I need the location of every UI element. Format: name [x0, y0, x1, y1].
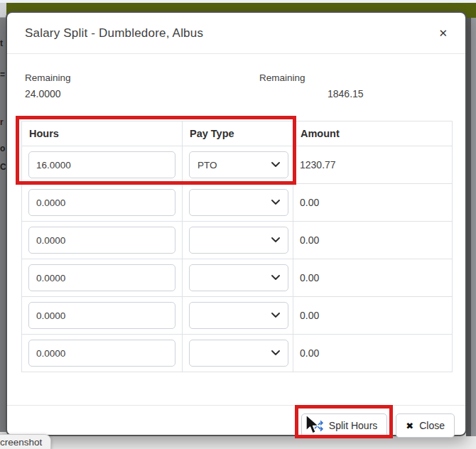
hours-input[interactable]	[28, 264, 175, 291]
close-button-label: Close	[419, 420, 445, 431]
amount-value: 0.00	[293, 184, 453, 222]
screenshot-tooltip: creenshot	[0, 434, 51, 449]
pay-type-select[interactable]	[189, 227, 288, 254]
modal-footer: Split Hours ✖ Close	[7, 405, 465, 446]
pay-type-select[interactable]	[189, 340, 288, 367]
close-icon[interactable]: ✕	[438, 28, 448, 38]
amount-value: 1230.77	[293, 146, 453, 184]
remaining-hours-value: 24.0000	[25, 88, 259, 99]
hours-input[interactable]	[28, 302, 175, 329]
close-button[interactable]: ✖ Close	[396, 413, 455, 438]
amount-value: 0.00	[293, 297, 453, 335]
table-row: PTO 1230.77	[22, 146, 453, 184]
table-row: 0.00	[22, 297, 453, 335]
edge-text-fragment: =	[0, 70, 5, 80]
amount-column-header: Amount	[293, 121, 453, 146]
amount-value: 0.00	[293, 222, 453, 259]
chevron-down-icon	[271, 200, 280, 205]
table-row: 0.00	[22, 259, 453, 297]
chevron-down-icon	[271, 275, 280, 281]
table-row: 0.00	[22, 335, 453, 372]
pay-type-column-header: Pay Type	[183, 121, 293, 146]
table-row: 0.00	[22, 184, 453, 222]
modal-header: Salary Split - Dumbledore, Albus ✕	[7, 13, 465, 54]
modal-title: Salary Split - Dumbledore, Albus	[25, 26, 203, 40]
page-right-edge	[466, 18, 476, 436]
table-row: 0.00	[22, 222, 453, 259]
shuffle-icon	[311, 420, 323, 432]
amount-value: 0.00	[293, 335, 453, 372]
remaining-amount-label: Remaining	[259, 72, 448, 83]
edge-text-fragment: t	[0, 38, 3, 48]
pay-type-select[interactable]	[189, 302, 288, 329]
chevron-down-icon	[271, 350, 280, 356]
remaining-amount-block: Remaining 1846.15	[259, 72, 448, 99]
chevron-down-icon	[271, 162, 280, 168]
pay-type-select[interactable]	[189, 264, 288, 291]
edge-text-fragment: o	[0, 144, 5, 153]
pay-type-value: PTO	[198, 160, 217, 171]
x-icon: ✖	[406, 421, 413, 431]
chevron-down-icon	[271, 313, 280, 318]
split-hours-button[interactable]: Split Hours	[301, 413, 387, 438]
table-header-row: Hours Pay Type Amount	[22, 121, 453, 146]
scrollbar	[466, 18, 471, 436]
edge-text-fragment: r	[0, 117, 4, 127]
hours-column-header: Hours	[22, 121, 183, 146]
remaining-hours-block: Remaining 24.0000	[25, 72, 259, 99]
remaining-summary: Remaining 24.0000 Remaining 1846.15	[25, 72, 448, 99]
hours-input[interactable]	[28, 189, 175, 216]
pay-type-select[interactable]	[189, 189, 288, 216]
pay-type-select[interactable]: PTO	[189, 151, 288, 178]
screenshot-tooltip-text: creenshot	[0, 437, 42, 448]
salary-split-modal: Salary Split - Dumbledore, Albus ✕ Remai…	[6, 11, 467, 436]
split-hours-label: Split Hours	[329, 420, 377, 431]
remaining-hours-label: Remaining	[25, 72, 259, 83]
remaining-amount-value: 1846.15	[328, 88, 448, 99]
chevron-down-icon	[271, 237, 280, 243]
split-hours-table: Hours Pay Type Amount PTO 1230.77	[21, 121, 453, 372]
amount-value: 0.00	[293, 259, 453, 297]
hours-input[interactable]	[28, 151, 175, 178]
hours-input[interactable]	[28, 340, 175, 367]
hours-input[interactable]	[28, 227, 175, 254]
